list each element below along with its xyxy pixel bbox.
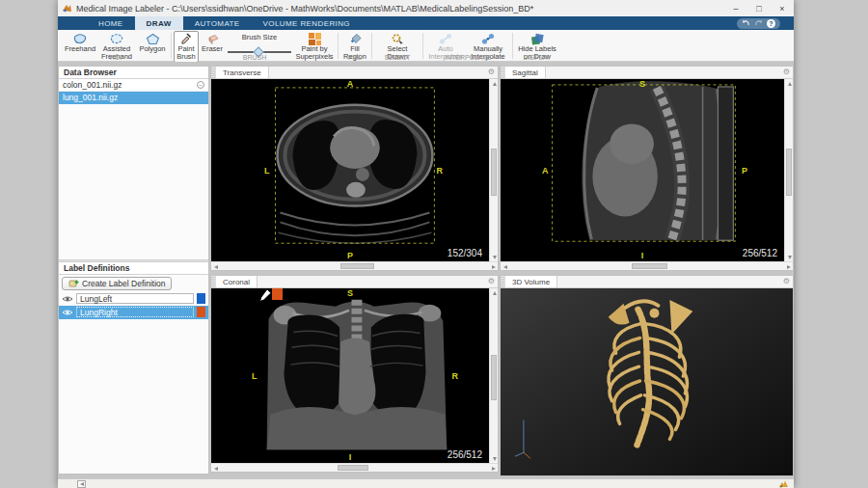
redo-icon[interactable] (754, 19, 763, 27)
sagittal-viewport: Sagittal ⚙ (500, 66, 794, 271)
create-label-definition-button[interactable]: Create Label Definition (62, 277, 172, 290)
orientation-label-superior: S (639, 79, 645, 89)
transverse-tabbar: Transverse ⚙ (211, 67, 498, 79)
freehand-button[interactable]: Freehand (63, 31, 97, 54)
label-color-swatch[interactable] (197, 293, 205, 304)
coronal-tabbar: Coronal ⚙ (211, 276, 498, 288)
volume-3d-tab[interactable]: 3D Volume (505, 276, 557, 287)
label-color-swatch[interactable] (197, 307, 205, 317)
label-row-lungleft[interactable]: LungLeft (59, 292, 208, 306)
transverse-ct-image (211, 79, 489, 261)
close-button[interactable]: × (771, 4, 794, 14)
data-browser-header: Data Browser (59, 67, 208, 79)
ribbon-group-brush: Paint Brush Eraser Brush Size (174, 31, 336, 61)
sagittal-canvas[interactable]: S A P I 256/512 (501, 79, 784, 261)
volume-3d-canvas[interactable] (501, 288, 793, 475)
viewport-area: Transverse ⚙ (210, 62, 794, 478)
ribbon-separator (338, 33, 339, 59)
orientation-label-posterior: P (742, 166, 747, 176)
tab-automate[interactable]: AUTOMATE (183, 16, 252, 30)
paint-brush-cursor-icon (258, 288, 272, 303)
section-label-display: DISPLAY (515, 54, 559, 61)
label-row-lungright[interactable]: LungRight (59, 306, 208, 319)
eraser-button[interactable]: Eraser (199, 31, 226, 54)
sagittal-tab[interactable]: Sagittal (505, 67, 546, 78)
coronal-canvas[interactable]: S L R I 256/512 (211, 288, 489, 463)
coronal-horizontal-scrollbar[interactable] (211, 463, 498, 472)
orientation-label-left: L (264, 166, 270, 176)
ribbon-group-fill: Fill Region FILL (340, 31, 369, 61)
transverse-canvas[interactable]: A L R P 152/304 (211, 79, 489, 261)
app-window: Medical Image Labeler - C:\Users\ssidhwa… (58, 0, 794, 488)
coronal-vertical-scrollbar[interactable] (489, 288, 498, 463)
data-item-lung[interactable]: lung_001.nii.gz (59, 92, 208, 104)
undo-icon[interactable] (742, 19, 750, 27)
orientation-label-right: R (437, 166, 444, 176)
sagittal-vertical-scrollbar[interactable] (784, 79, 793, 261)
label-definitions-empty (59, 319, 208, 474)
mathworks-membrane-icon (779, 480, 788, 488)
create-label-row: Create Label Definition (59, 275, 208, 292)
help-icon[interactable]: ? (767, 19, 775, 28)
section-label-fill: FILL (340, 54, 369, 61)
collapse-panel-icon[interactable] (77, 480, 86, 488)
title-bar: Medical Image Labeler - C:\Users\ssidhwa… (58, 0, 794, 16)
tab-draw[interactable]: DRAW (135, 16, 183, 30)
transverse-settings-gear-icon[interactable]: ⚙ (488, 68, 495, 76)
ribbon-separator (422, 33, 423, 59)
minimize-button[interactable]: – (724, 4, 747, 14)
orientation-label-anterior: A (347, 79, 354, 89)
volume-3d-settings-gear-icon[interactable]: ⚙ (783, 278, 790, 285)
transverse-tab[interactable]: Transverse (216, 67, 269, 78)
create-label-icon (68, 278, 79, 288)
maximize-button[interactable]: □ (747, 4, 771, 14)
label-name-field[interactable]: LungLeft (76, 293, 194, 304)
remove-data-icon[interactable]: – (197, 81, 204, 89)
label-name-field[interactable]: LungRight (76, 307, 194, 317)
sagittal-settings-gear-icon[interactable]: ⚙ (783, 68, 790, 76)
ribbon-group-roi: Freehand Assisted Freehand Polygon ROI (63, 31, 169, 61)
ribbon-separator (371, 33, 372, 59)
left-panel: Data Browser colon_001.nii.gz – lung_001… (58, 66, 209, 474)
transverse-horizontal-scrollbar[interactable] (211, 261, 498, 270)
slice-indicator: 152/304 (448, 248, 482, 258)
coronal-settings-gear-icon[interactable]: ⚙ (488, 278, 495, 285)
brush-size-label: Brush Size (242, 33, 277, 41)
app-icon (62, 3, 72, 14)
volume-3d-render (501, 288, 793, 475)
section-label-select: SELECT (374, 54, 420, 61)
section-label-interpolate: INTERPOLATE (425, 54, 510, 61)
orientation-label-right: R (452, 371, 459, 381)
orientation-label-inferior: I (349, 452, 352, 462)
ribbon-separator (171, 33, 172, 59)
data-item-colon[interactable]: colon_001.nii.gz – (59, 79, 208, 92)
section-label-roi: ROI (63, 54, 169, 61)
orientation-label-anterior: A (542, 166, 549, 176)
ribbon-group-select: Select Drawn Region SELECT (374, 31, 420, 61)
slice-indicator: 256/512 (448, 449, 482, 460)
status-bar (58, 478, 794, 488)
brush-color-preview (272, 288, 283, 300)
transverse-vertical-scrollbar[interactable] (489, 79, 498, 261)
window-title: Medical Image Labeler - C:\Users\ssidhwa… (76, 4, 724, 14)
quick-access-toolbar: ? (737, 18, 780, 29)
orientation-label-inferior: I (641, 251, 644, 260)
sagittal-horizontal-scrollbar[interactable] (501, 261, 793, 270)
ribbon-group-interpolate: Auto Interpolate Manually Interpolate IN… (425, 31, 510, 61)
desktop: Medical Image Labeler - C:\Users\ssidhwa… (0, 0, 868, 488)
visibility-eye-icon[interactable] (62, 309, 73, 316)
ribbon-separator (512, 33, 513, 59)
coronal-viewport: Coronal ⚙ (210, 275, 499, 473)
slice-indicator: 256/512 (743, 248, 777, 258)
tab-home[interactable]: HOME (87, 16, 135, 30)
tab-volume-rendering[interactable]: VOLUME RENDERING (252, 16, 362, 30)
polygon-button[interactable]: Polygon (136, 31, 169, 54)
data-browser-empty (59, 104, 208, 259)
section-label-brush: BRUSH (174, 54, 336, 61)
orientation-label-posterior: P (347, 251, 353, 260)
coronal-tab[interactable]: Coronal (216, 276, 258, 287)
volume-3d-tabbar: 3D Volume ⚙ (501, 276, 793, 288)
ribbon-tabstrip: HOME DRAW AUTOMATE VOLUME RENDERING ? (58, 16, 794, 30)
brush-size-slider: Brush Size (226, 31, 293, 57)
visibility-eye-icon[interactable] (62, 295, 73, 303)
